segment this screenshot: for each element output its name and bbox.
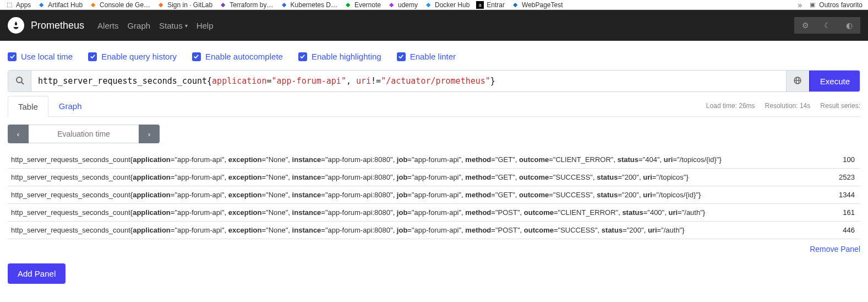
bookmark-evernote[interactable]: ◆Evernote	[344, 1, 381, 9]
webpagetest-icon: ◆	[511, 1, 519, 9]
metric-cell[interactable]: http_server_requests_seconds_count{appli…	[8, 169, 832, 186]
bookmark-console[interactable]: ◆Console de Ge…	[89, 1, 150, 9]
apps-icon: ⬚	[6, 1, 13, 9]
console-icon: ◆	[89, 1, 97, 9]
bookmark-gitlab[interactable]: ◆Sign in · GitLab	[157, 1, 212, 9]
bookmark-webpagetest[interactable]: ◆WebPageTest	[511, 1, 563, 9]
option-label: Enable query history	[101, 52, 177, 61]
bookmark-label: Docker Hub	[435, 1, 470, 9]
query-label-key: application	[212, 76, 266, 86]
execute-button[interactable]: Execute	[809, 71, 860, 91]
navbar: Prometheus Alerts Graph Status▾ Help ⚙ ☾…	[0, 10, 868, 41]
brand[interactable]: Prometheus	[8, 17, 84, 34]
eval-time-input[interactable]	[29, 125, 139, 143]
bookmark-kubernetes[interactable]: ◆Kubernetes D…	[280, 1, 337, 9]
bookmark-label: Artifact Hub	[48, 1, 83, 9]
option-label: Enable highlighting	[312, 52, 381, 61]
tabs-row: Table Graph Load time: 26ms Resolution: …	[8, 95, 860, 117]
bookmark-dockerhub[interactable]: ◆Docker Hub	[424, 1, 470, 9]
option-enable-highlighting[interactable]: Enable highlighting	[298, 52, 381, 61]
docker-icon: ◆	[424, 1, 432, 9]
table-row: http_server_requests_seconds_count{appli…	[8, 204, 860, 222]
chevron-left-icon: ‹	[17, 130, 19, 138]
bookmark-artifact-hub[interactable]: ◆Artifact Hub	[37, 1, 83, 9]
option-label: Enable linter	[410, 52, 456, 61]
table-row: http_server_requests_seconds_count{appli…	[8, 169, 860, 186]
metric-cell[interactable]: http_server_requests_seconds_count{appli…	[8, 222, 832, 239]
bookmark-apps[interactable]: ⬚Apps	[6, 1, 31, 9]
query-label-key: uri	[356, 76, 371, 86]
table-row: http_server_requests_seconds_count{appli…	[8, 186, 860, 204]
table-row: http_server_requests_seconds_count{appli…	[8, 222, 860, 239]
add-panel-button[interactable]: Add Panel	[8, 263, 65, 284]
bookmark-udemy[interactable]: ◆udemy	[387, 1, 418, 9]
query-label-val: "/actuator/prometheus"	[381, 76, 490, 86]
contrast-button[interactable]: ◐	[838, 17, 860, 34]
svg-point-0	[17, 77, 22, 83]
value-cell: 161	[832, 204, 860, 222]
nav-status-label: Status	[159, 21, 183, 30]
value-cell: 2523	[832, 169, 860, 186]
nav-help[interactable]: Help	[196, 21, 214, 30]
checkbox-checked-icon	[88, 52, 97, 61]
contrast-icon: ◐	[846, 21, 853, 30]
bookmark-terraform[interactable]: ◆Terraform by…	[219, 1, 273, 9]
option-enable-query-history[interactable]: Enable query history	[88, 52, 177, 61]
globe-icon	[793, 76, 802, 87]
option-label: Enable autocomplete	[205, 52, 283, 61]
option-enable-autocomplete[interactable]: Enable autocomplete	[192, 52, 283, 61]
bookmark-label: Sign in · GitLab	[167, 1, 212, 9]
tab-table[interactable]: Table	[8, 96, 48, 117]
bookmarks-overflow-icon[interactable]: »	[798, 1, 803, 9]
checkbox-checked-icon	[8, 52, 17, 61]
kubernetes-icon: ◆	[280, 1, 288, 9]
checkbox-checked-icon	[397, 52, 406, 61]
nav-graph[interactable]: Graph	[127, 21, 150, 30]
checkbox-checked-icon	[192, 52, 201, 61]
gear-icon: ⚙	[802, 21, 809, 30]
value-cell: 100	[832, 151, 860, 169]
metric-cell[interactable]: http_server_requests_seconds_count{appli…	[8, 186, 832, 204]
eval-time-prev-button[interactable]: ‹	[8, 125, 29, 143]
brand-name: Prometheus	[31, 20, 84, 31]
remove-panel-link[interactable]: Remove Panel	[8, 245, 860, 254]
query-metric: http_server_requests_seconds_count	[38, 76, 207, 86]
query-row: http_server_requests_seconds_count{appli…	[8, 70, 860, 92]
option-label: Use local time	[21, 52, 73, 61]
query-stats: Load time: 26ms Resolution: 14s Result s…	[706, 102, 860, 110]
bookmark-label: udemy	[398, 1, 418, 9]
query-label-val: "app-forum-api"	[271, 76, 346, 86]
table-row: http_server_requests_seconds_count{appli…	[8, 151, 860, 169]
bookmark-label: WebPageTest	[522, 1, 563, 9]
bookmark-label: Terraform by…	[230, 1, 273, 9]
options-row: Use local time Enable query history Enab…	[8, 52, 860, 61]
bookmark-label: Apps	[16, 1, 31, 9]
evernote-icon: ◆	[344, 1, 352, 9]
bookmarks-bar: ⬚Apps ◆Artifact Hub ◆Console de Ge… ◆Sig…	[0, 0, 868, 10]
nav-alerts[interactable]: Alerts	[97, 21, 118, 30]
settings-button[interactable]: ⚙	[794, 17, 816, 34]
bookmark-label: Console de Ge…	[100, 1, 150, 9]
results-table: http_server_requests_seconds_count{appli…	[8, 151, 860, 239]
nav-status[interactable]: Status▾	[159, 21, 188, 30]
bookmark-other[interactable]: ▣Outros favorito	[809, 1, 862, 9]
bookmark-label: Kubernetes D…	[291, 1, 337, 9]
eval-time-next-button[interactable]: ›	[139, 125, 160, 143]
metrics-explorer-button[interactable]	[786, 71, 809, 91]
query-input[interactable]: http_server_requests_seconds_count{appli…	[31, 71, 786, 91]
tab-graph[interactable]: Graph	[48, 95, 92, 116]
svg-line-1	[21, 82, 24, 84]
value-cell: 1344	[832, 186, 860, 204]
search-icon	[15, 76, 24, 87]
query-search-icon-box	[8, 71, 31, 91]
option-enable-linter[interactable]: Enable linter	[397, 52, 456, 61]
dark-mode-button[interactable]: ☾	[816, 17, 838, 34]
option-use-local-time[interactable]: Use local time	[8, 52, 73, 61]
metric-cell[interactable]: http_server_requests_seconds_count{appli…	[8, 151, 832, 169]
query-brace: {	[207, 76, 212, 86]
chevron-right-icon: ›	[148, 130, 150, 138]
metric-cell[interactable]: http_server_requests_seconds_count{appli…	[8, 204, 832, 222]
query-sep: ,	[346, 76, 356, 86]
bookmark-label: Evernote	[354, 1, 381, 9]
bookmark-entrar[interactable]: aEntrar	[476, 1, 505, 9]
